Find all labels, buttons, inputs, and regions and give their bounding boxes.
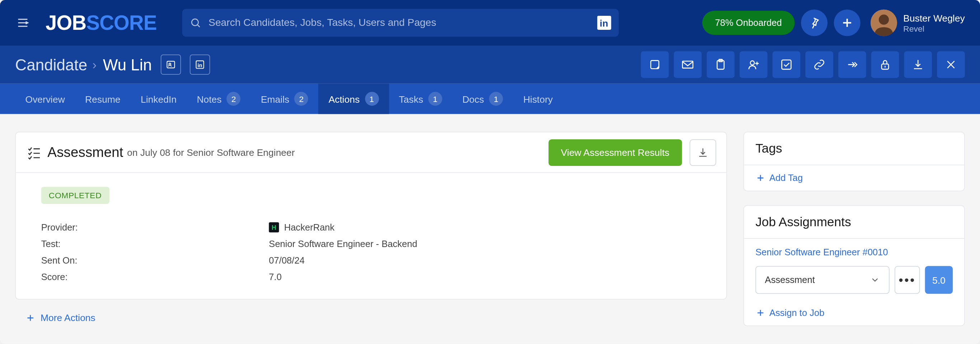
tab-notes-badge: 2 [227, 92, 241, 106]
tab-notes[interactable]: Notes2 [186, 84, 250, 114]
svg-point-3 [192, 19, 198, 26]
svg-point-8 [878, 15, 889, 25]
header-right: 78% Onboarded Buster Wegley Revel [702, 10, 965, 36]
plus-icon [840, 16, 854, 30]
sub-header: Candidate › Wu Lin in [0, 46, 980, 84]
score-value: 7.0 [269, 272, 282, 282]
tab-emails[interactable]: Emails2 [251, 84, 318, 114]
plus-icon [756, 308, 765, 318]
tab-actions-badge: 1 [365, 92, 379, 106]
tab-overview[interactable]: Overview [15, 84, 75, 114]
tab-docs-badge: 1 [489, 92, 503, 106]
tab-resume[interactable]: Resume [75, 84, 130, 114]
more-actions-link[interactable]: More Actions [25, 312, 717, 323]
score-label: Score: [41, 272, 269, 282]
status-badge: COMPLETED [41, 187, 110, 204]
tab-emails-badge: 2 [294, 92, 309, 106]
logo[interactable]: JOBSCORE [46, 11, 157, 34]
assessment-card: Assessment on July 08 for Senior Softwar… [15, 132, 727, 299]
main-content: Assessment on July 08 for Senior Softwar… [0, 114, 980, 344]
pin-icon [807, 16, 821, 30]
email-button[interactable] [674, 51, 702, 78]
provider-row: Provider: H HackerRank [41, 219, 701, 235]
provider-label: Provider: [41, 222, 269, 232]
test-label: Test: [41, 239, 269, 249]
svg-rect-20 [782, 60, 791, 69]
add-user-button[interactable] [740, 51, 768, 78]
assessment-header: Assessment on July 08 for Senior Softwar… [16, 133, 726, 173]
add-tag-link[interactable]: Add Tag [756, 173, 953, 183]
job-score-badge[interactable]: 5.0 [925, 266, 953, 294]
content-column: Assessment on July 08 for Senior Softwar… [15, 132, 727, 323]
breadcrumb: Candidate › Wu Lin in [15, 54, 210, 75]
tab-docs[interactable]: Docs1 [452, 84, 513, 114]
note-button[interactable] [641, 51, 669, 78]
svg-point-17 [751, 61, 754, 65]
job-assignment-link[interactable]: Senior Software Engineer #0010 [756, 247, 888, 257]
clipboard-button[interactable] [707, 51, 735, 78]
svg-rect-14 [682, 61, 693, 68]
provider-value: HackerRank [284, 222, 335, 232]
assessment-subtitle: on July 08 for Senior Software Engineer [127, 147, 295, 158]
chevron-down-icon [870, 275, 880, 285]
hackerrank-icon: H [269, 222, 279, 232]
tab-tasks[interactable]: Tasks1 [389, 84, 452, 114]
link-button[interactable] [805, 51, 833, 78]
breadcrumb-name: Wu Lin [103, 55, 152, 74]
add-button[interactable] [834, 10, 860, 36]
user-menu[interactable]: Buster Wegley Revel [870, 10, 964, 36]
candidate-action-buttons [641, 51, 965, 78]
app-header: JOBSCORE in 78% Onboarded [0, 0, 980, 46]
tab-linkedin[interactable]: LinkedIn [130, 84, 186, 114]
avatar [870, 10, 897, 36]
view-results-button[interactable]: View Assessment Results [548, 139, 682, 166]
add-tag-label: Add Tag [770, 173, 803, 183]
linkedin-search-icon[interactable]: in [597, 16, 611, 30]
job-assignments-panel: Job Assignments Senior Software Engineer… [743, 205, 964, 326]
tags-panel-title: Tags [744, 133, 964, 166]
tab-tasks-badge: 1 [428, 92, 442, 106]
chevron-right-icon: › [92, 58, 97, 72]
breadcrumb-section[interactable]: Candidate [15, 55, 87, 74]
profile-card-icon[interactable] [161, 54, 181, 75]
plus-icon [25, 312, 35, 322]
checkbox-button[interactable] [773, 51, 801, 78]
logo-text-b: SCORE [86, 11, 156, 34]
user-name: Buster Wegley [903, 12, 965, 24]
pin-button[interactable] [801, 10, 827, 36]
stage-select[interactable]: Assessment [756, 266, 889, 294]
tab-history[interactable]: History [513, 84, 563, 114]
sent-on-value: 07/08/24 [269, 255, 305, 266]
test-row: Test: Senior Software Engineer - Backend [41, 235, 701, 252]
menu-toggle-icon[interactable] [15, 15, 30, 30]
download-button[interactable] [904, 51, 932, 78]
tags-panel: Tags Add Tag [743, 132, 964, 191]
score-row: Score: 7.0 [41, 269, 701, 285]
user-org: Revel [903, 24, 965, 33]
search-bar[interactable]: in [182, 9, 619, 37]
checklist-icon [26, 144, 42, 160]
plus-icon [756, 173, 765, 183]
job-more-button[interactable]: ••• [895, 266, 920, 294]
stage-select-value: Assessment [765, 275, 815, 285]
tabs-bar: Overview Resume LinkedIn Notes2 Emails2 … [0, 84, 980, 114]
assign-to-job-link[interactable]: Assign to Job [756, 308, 953, 318]
onboarded-badge[interactable]: 78% Onboarded [702, 11, 795, 35]
logo-text-a: JOB [46, 11, 86, 34]
linkedin-profile-icon[interactable]: in [190, 54, 210, 75]
download-results-button[interactable] [689, 139, 716, 166]
sent-on-label: Sent On: [41, 255, 269, 266]
tab-actions[interactable]: Actions1 [318, 84, 389, 114]
search-input[interactable] [208, 17, 589, 29]
lock-button[interactable] [871, 51, 899, 78]
job-assignment-controls: Assessment ••• 5.0 [756, 266, 953, 294]
job-assignments-title: Job Assignments [744, 206, 964, 239]
assessment-title: Assessment [47, 144, 123, 160]
close-button[interactable] [937, 51, 965, 78]
forward-button[interactable] [838, 51, 866, 78]
assign-to-job-label: Assign to Job [770, 308, 825, 318]
svg-line-4 [197, 25, 199, 27]
sent-on-row: Sent On: 07/08/24 [41, 252, 701, 269]
more-actions-label: More Actions [41, 312, 95, 323]
search-icon [189, 17, 201, 29]
